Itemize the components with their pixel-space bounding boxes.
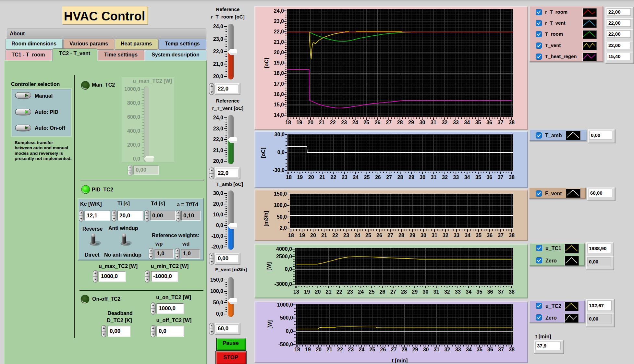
- svg-text:20: 20: [315, 289, 321, 295]
- svg-text:18: 18: [293, 289, 299, 295]
- svg-text:38: 38: [509, 233, 515, 238]
- svg-text:25: 25: [365, 233, 371, 238]
- svg-text:23: 23: [343, 233, 349, 238]
- svg-text:2,0: 2,0: [280, 225, 287, 231]
- svg-text:34: 34: [464, 120, 470, 125]
- svg-text:0,0: 0,0: [216, 311, 223, 317]
- svg-text:37: 37: [498, 233, 504, 238]
- svg-text:23,0: 23,0: [213, 36, 223, 42]
- svg-text:30: 30: [421, 233, 426, 238]
- svg-text:38: 38: [509, 120, 515, 125]
- svg-text:30: 30: [423, 347, 429, 352]
- svg-text:32: 32: [442, 175, 448, 180]
- svg-text:22,0: 22,0: [274, 29, 284, 34]
- svg-text:37: 37: [498, 175, 504, 180]
- svg-text:34: 34: [466, 347, 472, 352]
- svg-text:23,0: 23,0: [213, 126, 223, 131]
- svg-text:33: 33: [453, 120, 459, 125]
- svg-text:0,0: 0,0: [216, 223, 223, 228]
- svg-text:37: 37: [498, 120, 504, 125]
- svg-text:20,0: 20,0: [213, 158, 223, 164]
- svg-text:30: 30: [420, 120, 425, 125]
- svg-text:30,0: 30,0: [274, 132, 285, 137]
- svg-text:31: 31: [431, 120, 436, 125]
- svg-text:[W]: [W]: [267, 320, 273, 329]
- svg-text:20: 20: [310, 233, 316, 238]
- svg-text:35: 35: [477, 289, 482, 295]
- svg-text:38: 38: [509, 175, 515, 180]
- svg-text:-3000,0: -3000,0: [274, 281, 292, 287]
- svg-text:100,0: 100,0: [274, 202, 287, 208]
- svg-text:150,0: 150,0: [210, 277, 223, 283]
- svg-text:18: 18: [288, 233, 294, 238]
- svg-text:50,0: 50,0: [213, 300, 223, 305]
- svg-text:14,0: 14,0: [274, 112, 284, 118]
- svg-text:31: 31: [432, 233, 437, 238]
- svg-text:30: 30: [423, 289, 429, 295]
- svg-text:35: 35: [475, 120, 481, 125]
- svg-text:23,0: 23,0: [274, 18, 284, 24]
- svg-text:23: 23: [348, 347, 354, 352]
- svg-text:0,0: 0,0: [133, 156, 140, 162]
- svg-text:24: 24: [358, 289, 364, 295]
- svg-text:20,0: 20,0: [213, 201, 223, 207]
- svg-text:4000,0: 4000,0: [276, 246, 292, 252]
- svg-text:33: 33: [455, 289, 461, 295]
- svg-text:21: 21: [326, 347, 332, 352]
- svg-text:38: 38: [509, 289, 515, 295]
- svg-text:35: 35: [475, 175, 481, 180]
- svg-text:27: 27: [391, 347, 397, 352]
- svg-text:29: 29: [412, 347, 418, 352]
- svg-text:2500,0: 2500,0: [276, 254, 292, 259]
- svg-text:23: 23: [347, 289, 353, 295]
- svg-text:32: 32: [443, 233, 448, 238]
- svg-text:19: 19: [297, 175, 303, 180]
- svg-text:20: 20: [308, 120, 313, 125]
- svg-text:37: 37: [498, 289, 504, 295]
- svg-text:17,0: 17,0: [274, 81, 284, 87]
- svg-text:22: 22: [330, 120, 336, 125]
- svg-text:25: 25: [363, 120, 369, 125]
- svg-text:1000,0: 1000,0: [277, 302, 293, 308]
- svg-text:20,0: 20,0: [274, 50, 284, 55]
- svg-text:24: 24: [352, 120, 358, 125]
- svg-text:31: 31: [433, 289, 439, 295]
- svg-text:[m3/h]: [m3/h]: [263, 211, 269, 226]
- svg-text:21: 21: [319, 175, 325, 180]
- svg-text:33: 33: [455, 347, 461, 352]
- svg-text:19: 19: [297, 120, 302, 125]
- svg-text:19,0: 19,0: [274, 60, 284, 66]
- svg-text:18: 18: [286, 175, 292, 180]
- svg-text:26: 26: [380, 289, 385, 295]
- svg-text:22,0: 22,0: [213, 49, 223, 54]
- svg-text:[W]: [W]: [266, 262, 272, 271]
- svg-text:36: 36: [487, 289, 493, 295]
- svg-text:22: 22: [337, 347, 343, 352]
- svg-text:30: 30: [420, 175, 425, 180]
- svg-text:150,0: 150,0: [274, 191, 287, 197]
- svg-text:32: 32: [442, 120, 447, 125]
- svg-text:36: 36: [487, 347, 493, 352]
- svg-text:0,0: 0,0: [285, 266, 292, 272]
- svg-text:27: 27: [386, 175, 392, 180]
- svg-text:[oC]: [oC]: [264, 58, 269, 68]
- svg-text:34: 34: [466, 289, 471, 295]
- svg-text:28: 28: [402, 347, 408, 352]
- svg-text:25: 25: [370, 347, 375, 352]
- svg-text:23: 23: [342, 175, 347, 180]
- svg-text:25: 25: [364, 175, 370, 180]
- svg-text:26: 26: [375, 120, 381, 125]
- svg-text:200,0: 200,0: [127, 142, 140, 148]
- svg-text:22,0: 22,0: [213, 137, 223, 142]
- svg-text:22: 22: [332, 233, 338, 238]
- svg-text:28: 28: [397, 175, 403, 180]
- svg-text:33: 33: [454, 233, 459, 238]
- svg-text:24,0: 24,0: [213, 115, 223, 120]
- svg-text:36: 36: [487, 233, 493, 238]
- svg-text:18: 18: [285, 120, 291, 125]
- svg-text:0,0: 0,0: [277, 150, 285, 155]
- svg-text:31: 31: [431, 175, 437, 180]
- svg-text:24: 24: [353, 175, 359, 180]
- svg-text:[oC]: [oC]: [261, 148, 266, 158]
- svg-text:38: 38: [509, 347, 515, 352]
